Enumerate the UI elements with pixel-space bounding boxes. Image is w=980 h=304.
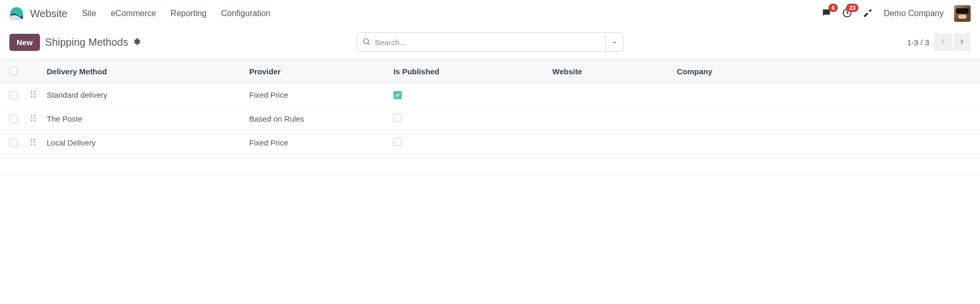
svg-point-17 [34,139,36,140]
svg-point-2 [364,38,369,43]
top-nav: Website Site eCommerce Reporting Configu… [0,0,980,27]
col-header-website[interactable]: Website [552,67,677,76]
svg-point-11 [34,115,36,116]
svg-point-4 [31,91,33,92]
svg-point-16 [31,139,33,140]
table-footer-blank [0,155,980,176]
drag-handle-icon[interactable] [30,138,36,146]
svg-point-7 [34,94,36,95]
cell-is-published-checkbox[interactable] [393,138,402,146]
app-name[interactable]: Website [30,8,67,20]
svg-point-6 [31,94,33,95]
table-row[interactable]: Standard deliveryFixed Price [0,83,980,107]
cell-delivery-method: Local Delivery [47,138,249,147]
activities-badge: 23 [846,4,859,12]
svg-point-20 [31,144,33,146]
svg-point-21 [34,144,36,146]
col-header-company[interactable]: Company [677,67,980,76]
company-switcher[interactable]: Demo Company [883,9,944,18]
search-wrap [357,32,623,52]
table-row[interactable]: Local DeliveryFixed Price [0,131,980,155]
svg-line-3 [368,43,370,45]
view-settings-button[interactable] [132,37,141,47]
table-row[interactable]: The PosteBased on Rules [0,107,980,131]
drag-handle-icon[interactable] [30,90,36,98]
messages-button[interactable]: 6 [821,8,832,20]
svg-point-8 [31,96,33,98]
wrench-icon [863,11,873,20]
cell-is-published-checkbox[interactable] [393,114,402,122]
nav-reporting[interactable]: Reporting [171,9,207,18]
search-icon [362,37,371,47]
pager-text: 1-3 / 3 [907,38,929,47]
svg-point-12 [31,117,33,119]
select-all-checkbox[interactable] [9,67,18,75]
caret-down-icon [612,38,617,47]
cell-is-published-checkbox[interactable] [393,91,402,99]
activities-button[interactable]: 23 [842,8,852,20]
row-select-checkbox[interactable] [9,139,18,147]
control-bar: New Shipping Methods 1-3 / 3 [0,27,980,59]
new-button[interactable]: New [9,34,40,51]
nav-ecommerce[interactable]: eCommerce [111,9,156,18]
pager-prev-button[interactable] [934,33,952,51]
svg-point-15 [34,120,36,122]
cell-delivery-method: The Poste [47,114,249,123]
gear-icon [132,37,141,47]
nav-menu: Site eCommerce Reporting Configuration [82,9,270,18]
breadcrumb-title: Shipping Methods [45,36,128,48]
cell-provider: Fixed Price [249,138,393,147]
table-header: Delivery Method Provider Is Published We… [0,59,980,83]
messages-badge: 6 [828,4,838,12]
svg-point-14 [31,120,33,122]
svg-point-19 [34,141,36,143]
cell-provider: Based on Rules [249,114,393,123]
cell-delivery-method: Standard delivery [47,90,249,99]
nav-site[interactable]: Site [82,9,97,18]
col-header-delivery-method[interactable]: Delivery Method [47,67,249,76]
user-avatar[interactable] [954,5,971,22]
cell-provider: Fixed Price [249,90,393,99]
chevron-right-icon [958,38,965,47]
drag-handle-icon[interactable] [30,114,36,122]
row-select-checkbox[interactable] [9,91,18,99]
svg-point-5 [34,91,36,92]
search-dropdown-button[interactable] [606,32,623,52]
chevron-left-icon [940,38,947,47]
search-box[interactable] [357,32,606,52]
top-nav-right: 6 23 Demo Company [821,5,971,22]
pager: 1-3 / 3 [907,33,971,51]
svg-point-18 [31,141,33,143]
debug-button[interactable] [863,8,873,20]
app-logo[interactable] [9,6,24,21]
svg-point-13 [34,117,36,119]
svg-point-9 [34,96,36,98]
row-select-checkbox[interactable] [9,115,18,123]
pager-next-button[interactable] [953,33,971,51]
col-header-provider[interactable]: Provider [249,67,393,76]
col-header-is-published[interactable]: Is Published [393,67,552,76]
search-input[interactable] [375,38,600,47]
table-body: Standard deliveryFixed PriceThe PosteBas… [0,83,980,155]
nav-configuration[interactable]: Configuration [221,9,270,18]
svg-point-10 [31,115,33,116]
